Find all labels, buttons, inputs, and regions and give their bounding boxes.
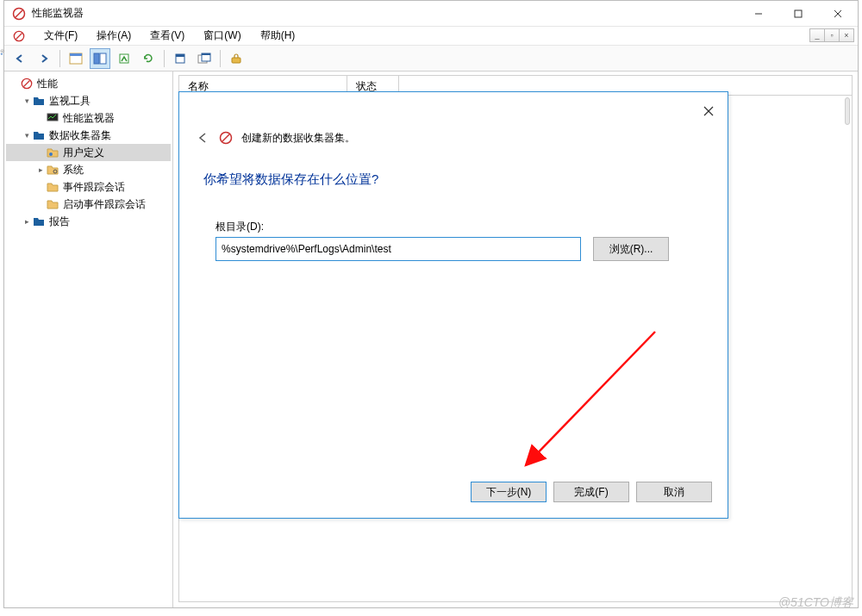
tree-reports[interactable]: ▸ 报告 — [6, 213, 171, 230]
dialog-buttons: 下一步(N) 完成(F) 取消 — [471, 482, 712, 502]
cancel-button[interactable]: 取消 — [636, 482, 712, 502]
menu-window[interactable]: 窗口(W) — [200, 27, 244, 45]
svg-point-22 — [49, 152, 53, 156]
svg-line-29 — [222, 134, 229, 141]
dialog-heading: 你希望将数据保存在什么位置? — [203, 171, 378, 188]
menu-file[interactable]: 文件(F) — [41, 27, 81, 45]
user-folder-icon — [46, 146, 59, 159]
tree-dcs[interactable]: ▾ 数据收集器集 — [6, 127, 171, 144]
app-icon — [219, 131, 233, 145]
tree-label: 性能 — [37, 77, 58, 91]
back-arrow-icon[interactable] — [195, 130, 210, 146]
tree-monitoring-tools[interactable]: ▾ 监视工具 — [6, 92, 171, 109]
tree-label: 性能监视器 — [63, 111, 115, 126]
tree-label: 报告 — [49, 215, 70, 229]
chevron-right-icon: ▸ — [22, 217, 32, 226]
show-hide-tree-button[interactable] — [66, 48, 86, 69]
tree-label: 监视工具 — [49, 94, 91, 109]
chevron-down-icon: ▾ — [22, 131, 32, 140]
dialog-title: 创建新的数据收集器集。 — [241, 131, 355, 146]
root-dir-label: 根目录(D): — [216, 220, 264, 234]
svg-rect-17 — [202, 53, 210, 55]
folder-icon — [32, 215, 46, 228]
menubar: 文件(F) 操作(A) 查看(V) 窗口(W) 帮助(H) _ ▫ × — [4, 27, 858, 46]
svg-rect-9 — [70, 53, 82, 56]
scrollbar[interactable] — [845, 97, 850, 125]
next-button[interactable]: 下一步(N) — [471, 482, 547, 502]
folder-icon — [32, 128, 46, 142]
help-button[interactable] — [226, 48, 247, 69]
chevron-down-icon: ▾ — [22, 96, 32, 105]
edge-gear-icon — [0, 48, 5, 57]
svg-line-1 — [16, 10, 22, 17]
svg-rect-12 — [120, 54, 128, 63]
browse-button[interactable]: 浏览(R)... — [593, 237, 669, 261]
tree-label: 用户定义 — [63, 146, 104, 160]
monitor-icon — [46, 111, 59, 125]
svg-rect-10 — [94, 53, 99, 64]
folder-icon — [46, 180, 59, 194]
properties-button[interactable] — [170, 48, 191, 69]
mdi-close-button[interactable]: × — [839, 28, 854, 42]
back-button[interactable] — [9, 48, 30, 69]
sys-folder-icon — [46, 163, 59, 177]
tree-ets[interactable]: 事件跟踪会话 — [6, 178, 171, 196]
refresh-button[interactable] — [138, 48, 159, 69]
sidebar: 性能 ▾ 监视工具 性能监视器 ▾ 数据收集器集 用户定义 — [4, 72, 173, 607]
separator — [59, 50, 60, 67]
app-icon-small — [11, 28, 27, 44]
dialog-header: 创建新的数据收集器集。 — [195, 130, 355, 146]
tree-system[interactable]: ▸ 系统 — [6, 161, 171, 178]
svg-rect-11 — [100, 53, 106, 64]
folder-icon — [32, 94, 46, 108]
tree-label: 系统 — [63, 163, 84, 177]
forward-button[interactable] — [34, 48, 54, 69]
separator — [164, 50, 165, 67]
close-button[interactable] — [818, 1, 858, 27]
wizard-dialog: 创建新的数据收集器集。 你希望将数据保存在什么位置? 根目录(D): 浏览(R)… — [178, 91, 728, 519]
export-button[interactable] — [114, 48, 134, 69]
maximize-button[interactable] — [778, 1, 818, 27]
svg-line-20 — [24, 81, 30, 87]
tree-startup-ets[interactable]: 启动事件跟踪会话 — [6, 196, 171, 213]
svg-point-25 — [2, 51, 3, 52]
svg-line-7 — [16, 33, 22, 39]
separator — [220, 50, 221, 67]
tree-label: 数据收集器集 — [49, 128, 111, 143]
window-title: 性能监视器 — [32, 6, 739, 21]
menu-view[interactable]: 查看(V) — [147, 27, 188, 45]
finish-button[interactable]: 完成(F) — [553, 482, 629, 502]
minimize-button[interactable] — [739, 1, 778, 27]
svg-rect-14 — [176, 54, 184, 57]
app-icon — [11, 6, 27, 22]
menu-help[interactable]: 帮助(H) — [257, 27, 299, 45]
titlebar: 性能监视器 — [4, 1, 858, 27]
toolbar — [4, 46, 858, 72]
watermark: @51CTO博客 — [778, 595, 853, 611]
dialog-close-button[interactable] — [698, 101, 719, 121]
root-dir-input[interactable] — [216, 237, 581, 261]
tree-label: 启动事件跟踪会话 — [63, 197, 146, 212]
tree-perfmon[interactable]: 性能监视器 — [6, 109, 171, 127]
tree-root[interactable]: 性能 — [6, 75, 171, 92]
menu-action[interactable]: 操作(A) — [93, 27, 134, 45]
tree-user-defined[interactable]: 用户定义 — [6, 144, 171, 161]
folder-icon — [46, 197, 59, 211]
mdi-restore-button[interactable]: ▫ — [824, 28, 840, 42]
new-window-button[interactable] — [194, 48, 215, 69]
window-controls — [739, 1, 858, 27]
perf-icon — [20, 77, 34, 90]
tree-label: 事件跟踪会话 — [63, 180, 125, 195]
mdi-minimize-button[interactable]: _ — [809, 28, 825, 42]
mdi-controls: _ ▫ × — [810, 28, 854, 42]
chevron-right-icon: ▸ — [35, 165, 46, 174]
console-tree-button[interactable] — [90, 48, 110, 69]
svg-rect-18 — [232, 58, 240, 63]
svg-rect-3 — [795, 10, 802, 17]
